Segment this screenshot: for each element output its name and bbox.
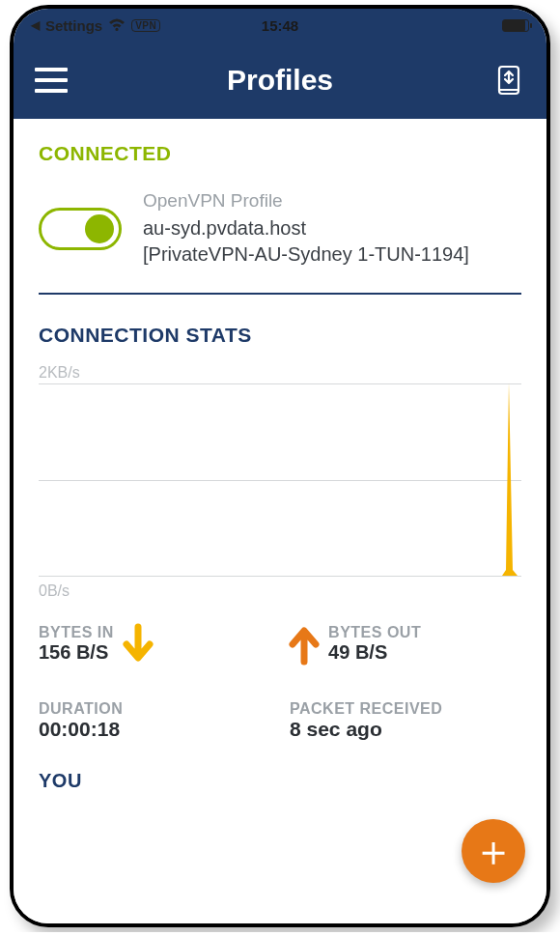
device-frame: ◀ Settings VPN 15:48 Profiles CONNECTED — [10, 5, 550, 927]
arrow-up-icon — [286, 623, 322, 666]
wifi-icon — [108, 18, 126, 32]
stats-header: CONNECTION STATS — [14, 295, 546, 364]
add-profile-button[interactable]: ＋ — [462, 819, 525, 883]
packet-received-group: PACKET RECEIVED 8 sec ago — [290, 700, 521, 741]
toggle-knob — [85, 214, 114, 243]
bytes-out-group: BYTES OUT 49 B/S — [286, 623, 521, 666]
arrow-down-icon — [120, 623, 156, 666]
profile-subtitle: OpenVPN Profile — [143, 190, 469, 212]
duration-group: DURATION 00:00:18 — [39, 700, 251, 741]
traffic-chart: 2KB/s 0B/s — [14, 364, 546, 610]
profile-row: OpenVPN Profile au-syd.pvdata.host [Priv… — [14, 173, 546, 293]
clock: 15:48 — [262, 17, 298, 34]
packet-value: 8 sec ago — [290, 718, 521, 741]
status-bar: ◀ Settings VPN 15:48 — [14, 9, 546, 42]
plus-icon: ＋ — [472, 830, 515, 872]
bytes-out-label: BYTES OUT — [328, 624, 421, 641]
content: CONNECTED OpenVPN Profile au-syd.pvdata.… — [14, 119, 546, 923]
y-axis-max: 2KB/s — [39, 364, 521, 382]
connection-toggle[interactable] — [39, 208, 122, 250]
connection-status-label: CONNECTED — [39, 142, 521, 165]
svg-marker-0 — [502, 383, 518, 576]
import-profile-icon[interactable] — [492, 64, 525, 97]
you-section-label: YOU — [14, 741, 546, 792]
packet-label: PACKET RECEIVED — [290, 700, 521, 718]
battery-icon — [502, 19, 529, 32]
bytes-in-label: BYTES IN — [39, 624, 114, 641]
bytes-out-value: 49 B/S — [328, 641, 421, 664]
bytes-in-group: BYTES IN 156 B/S — [39, 623, 286, 666]
page-title: Profiles — [227, 64, 333, 97]
traffic-spike — [502, 383, 518, 576]
vpn-badge: VPN — [131, 19, 160, 32]
menu-icon[interactable] — [35, 68, 68, 93]
navbar: Profiles — [14, 42, 546, 119]
bytes-in-value: 156 B/S — [39, 641, 114, 664]
y-axis-min: 0B/s — [39, 582, 521, 600]
back-caret-icon[interactable]: ◀ — [31, 18, 40, 32]
profile-name: [PrivateVPN-AU-Sydney 1-TUN-1194] — [143, 241, 469, 268]
duration-label: DURATION — [39, 700, 251, 718]
back-app-label[interactable]: Settings — [45, 17, 102, 34]
profile-host: au-syd.pvdata.host — [143, 215, 469, 241]
duration-value: 00:00:18 — [39, 718, 251, 741]
